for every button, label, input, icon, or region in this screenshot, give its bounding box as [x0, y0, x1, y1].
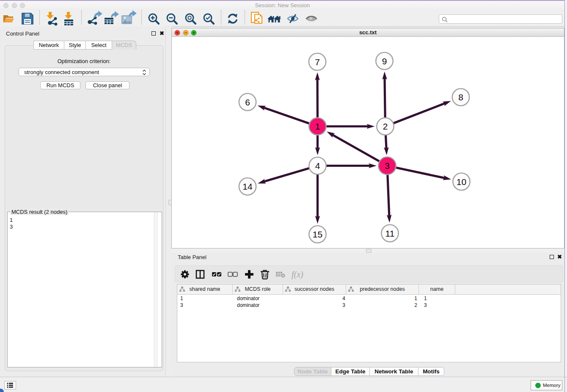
svg-text:2: 2 — [383, 121, 388, 131]
svg-text:6: 6 — [245, 97, 250, 107]
svg-text:15: 15 — [313, 229, 322, 239]
svg-text:11: 11 — [385, 229, 395, 238]
svg-text:9: 9 — [382, 56, 387, 66]
svg-text:8: 8 — [458, 92, 463, 102]
svg-text:4: 4 — [315, 161, 320, 171]
svg-text:1: 1 — [315, 121, 320, 131]
svg-text:f(x): f(x) — [292, 270, 303, 279]
svg-text:14: 14 — [242, 182, 253, 191]
svg-text:7: 7 — [315, 57, 320, 67]
svg-text:10: 10 — [457, 177, 466, 187]
svg-text:3: 3 — [385, 161, 390, 171]
